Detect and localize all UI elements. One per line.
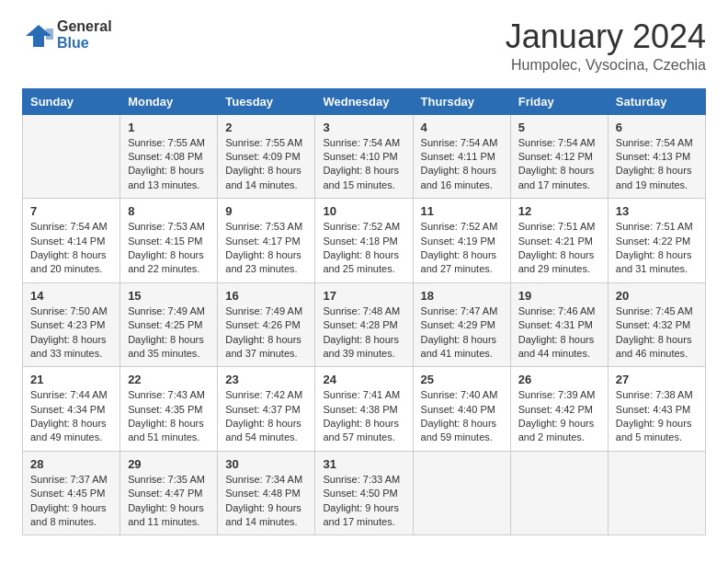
calendar-cell: 2Sunrise: 7:55 AMSunset: 4:09 PMDaylight…: [218, 114, 315, 199]
calendar-cell: 30Sunrise: 7:34 AMSunset: 4:48 PMDayligh…: [218, 451, 315, 535]
day-number: 19: [518, 289, 600, 303]
weekday-header-wednesday: Wednesday: [315, 88, 413, 114]
calendar-cell: 26Sunrise: 7:39 AMSunset: 4:42 PMDayligh…: [510, 367, 608, 452]
calendar-cell: 3Sunrise: 7:54 AMSunset: 4:10 PMDaylight…: [315, 114, 413, 199]
day-number: 6: [616, 121, 698, 134]
day-number: 2: [225, 121, 307, 134]
day-info: Sunrise: 7:40 AMSunset: 4:40 PMDaylight:…: [421, 388, 503, 445]
week-row-4: 21Sunrise: 7:44 AMSunset: 4:34 PMDayligh…: [23, 367, 706, 452]
calendar-cell: 19Sunrise: 7:46 AMSunset: 4:31 PMDayligh…: [510, 282, 608, 367]
day-info: Sunrise: 7:35 AMSunset: 4:47 PMDaylight:…: [128, 473, 210, 530]
calendar-cell: 7Sunrise: 7:54 AMSunset: 4:14 PMDaylight…: [23, 199, 120, 283]
calendar-cell: 22Sunrise: 7:43 AMSunset: 4:35 PMDayligh…: [120, 367, 218, 452]
day-info: Sunrise: 7:37 AMSunset: 4:45 PMDaylight:…: [30, 473, 112, 530]
day-info: Sunrise: 7:46 AMSunset: 4:31 PMDaylight:…: [518, 304, 600, 362]
day-number: 14: [30, 289, 112, 303]
main-title: January 2024: [506, 18, 706, 55]
calendar-cell: 20Sunrise: 7:45 AMSunset: 4:32 PMDayligh…: [608, 282, 705, 367]
day-info: Sunrise: 7:42 AMSunset: 4:37 PMDaylight:…: [225, 388, 307, 445]
day-number: 8: [128, 204, 210, 218]
calendar-cell: 1Sunrise: 7:55 AMSunset: 4:08 PMDaylight…: [120, 114, 218, 199]
day-number: 22: [128, 373, 210, 386]
calendar-cell: [608, 451, 705, 535]
day-number: 3: [323, 121, 404, 134]
calendar-cell: 13Sunrise: 7:51 AMSunset: 4:22 PMDayligh…: [608, 199, 705, 283]
header: General Blue January 2024 Humpolec, Vyso…: [22, 18, 706, 74]
day-info: Sunrise: 7:51 AMSunset: 4:22 PMDaylight:…: [616, 220, 698, 277]
day-info: Sunrise: 7:45 AMSunset: 4:32 PMDaylight:…: [616, 304, 698, 362]
logo-blue: Blue: [57, 35, 112, 52]
weekday-header-thursday: Thursday: [413, 88, 510, 114]
day-number: 12: [518, 204, 600, 218]
day-number: 29: [128, 457, 210, 471]
calendar-cell: 31Sunrise: 7:33 AMSunset: 4:50 PMDayligh…: [315, 451, 413, 535]
day-number: 17: [323, 289, 404, 303]
day-info: Sunrise: 7:39 AMSunset: 4:42 PMDaylight:…: [518, 388, 600, 445]
day-number: 9: [225, 204, 307, 218]
day-number: 28: [30, 457, 112, 471]
calendar-cell: 10Sunrise: 7:52 AMSunset: 4:18 PMDayligh…: [315, 199, 413, 283]
day-info: Sunrise: 7:43 AMSunset: 4:35 PMDaylight:…: [128, 388, 210, 445]
weekday-header-row: SundayMondayTuesdayWednesdayThursdayFrid…: [23, 88, 706, 114]
day-info: Sunrise: 7:54 AMSunset: 4:13 PMDaylight:…: [616, 136, 698, 193]
calendar-cell: 16Sunrise: 7:49 AMSunset: 4:26 PMDayligh…: [218, 282, 315, 367]
calendar-cell: 14Sunrise: 7:50 AMSunset: 4:23 PMDayligh…: [23, 282, 120, 367]
day-info: Sunrise: 7:41 AMSunset: 4:38 PMDaylight:…: [323, 388, 404, 445]
calendar-cell: 4Sunrise: 7:54 AMSunset: 4:11 PMDaylight…: [413, 114, 510, 199]
day-number: 16: [225, 289, 307, 303]
day-info: Sunrise: 7:33 AMSunset: 4:50 PMDaylight:…: [323, 473, 404, 530]
calendar-cell: 6Sunrise: 7:54 AMSunset: 4:13 PMDaylight…: [608, 114, 705, 199]
logo-general: General: [57, 18, 112, 35]
day-info: Sunrise: 7:51 AMSunset: 4:21 PMDaylight:…: [518, 220, 600, 277]
calendar-cell: 23Sunrise: 7:42 AMSunset: 4:37 PMDayligh…: [218, 367, 315, 452]
day-number: 7: [30, 204, 112, 218]
calendar-cell: [510, 451, 608, 535]
day-info: Sunrise: 7:52 AMSunset: 4:19 PMDaylight:…: [421, 220, 503, 277]
day-info: Sunrise: 7:44 AMSunset: 4:34 PMDaylight:…: [30, 388, 112, 445]
title-section: January 2024 Humpolec, Vysocina, Czechia: [506, 18, 706, 74]
weekday-header-sunday: Sunday: [23, 88, 120, 114]
weekday-header-saturday: Saturday: [608, 88, 705, 114]
day-info: Sunrise: 7:47 AMSunset: 4:29 PMDaylight:…: [421, 304, 503, 362]
calendar-cell: 8Sunrise: 7:53 AMSunset: 4:15 PMDaylight…: [120, 199, 218, 283]
calendar-cell: 21Sunrise: 7:44 AMSunset: 4:34 PMDayligh…: [23, 367, 120, 452]
day-info: Sunrise: 7:54 AMSunset: 4:10 PMDaylight:…: [323, 136, 404, 193]
week-row-2: 7Sunrise: 7:54 AMSunset: 4:14 PMDaylight…: [23, 199, 706, 283]
day-number: 18: [421, 289, 503, 303]
calendar-cell: 5Sunrise: 7:54 AMSunset: 4:12 PMDaylight…: [510, 114, 608, 199]
calendar-cell: 11Sunrise: 7:52 AMSunset: 4:19 PMDayligh…: [413, 199, 510, 283]
day-info: Sunrise: 7:38 AMSunset: 4:43 PMDaylight:…: [616, 388, 698, 445]
day-info: Sunrise: 7:54 AMSunset: 4:12 PMDaylight:…: [518, 136, 600, 193]
week-row-5: 28Sunrise: 7:37 AMSunset: 4:45 PMDayligh…: [23, 451, 706, 535]
day-info: Sunrise: 7:52 AMSunset: 4:18 PMDaylight:…: [323, 220, 404, 277]
day-number: 1: [128, 121, 210, 134]
logo-icon: [24, 23, 53, 49]
day-info: Sunrise: 7:54 AMSunset: 4:14 PMDaylight:…: [30, 220, 112, 277]
calendar-cell: [23, 114, 120, 199]
day-number: 30: [225, 457, 307, 471]
calendar-table: SundayMondayTuesdayWednesdayThursdayFrid…: [22, 88, 706, 536]
weekday-header-monday: Monday: [120, 88, 218, 114]
day-number: 15: [128, 289, 210, 303]
day-info: Sunrise: 7:50 AMSunset: 4:23 PMDaylight:…: [30, 304, 112, 362]
weekday-header-friday: Friday: [510, 88, 608, 114]
day-number: 31: [323, 457, 404, 471]
logo: General Blue: [22, 18, 112, 51]
svg-marker-1: [46, 29, 53, 40]
day-info: Sunrise: 7:55 AMSunset: 4:09 PMDaylight:…: [225, 136, 307, 193]
day-info: Sunrise: 7:48 AMSunset: 4:28 PMDaylight:…: [323, 304, 404, 362]
day-info: Sunrise: 7:34 AMSunset: 4:48 PMDaylight:…: [225, 473, 307, 530]
day-number: 23: [225, 373, 307, 386]
day-info: Sunrise: 7:49 AMSunset: 4:25 PMDaylight:…: [128, 304, 210, 362]
calendar-cell: 25Sunrise: 7:40 AMSunset: 4:40 PMDayligh…: [413, 367, 510, 452]
day-number: 21: [30, 373, 112, 386]
day-number: 27: [616, 373, 698, 386]
weekday-header-tuesday: Tuesday: [218, 88, 315, 114]
week-row-1: 1Sunrise: 7:55 AMSunset: 4:08 PMDaylight…: [23, 114, 706, 199]
calendar-cell: 15Sunrise: 7:49 AMSunset: 4:25 PMDayligh…: [120, 282, 218, 367]
week-row-3: 14Sunrise: 7:50 AMSunset: 4:23 PMDayligh…: [23, 282, 706, 367]
subtitle: Humpolec, Vysocina, Czechia: [506, 57, 706, 74]
calendar-cell: 9Sunrise: 7:53 AMSunset: 4:17 PMDaylight…: [218, 199, 315, 283]
day-number: 4: [421, 121, 503, 134]
calendar-cell: 12Sunrise: 7:51 AMSunset: 4:21 PMDayligh…: [510, 199, 608, 283]
